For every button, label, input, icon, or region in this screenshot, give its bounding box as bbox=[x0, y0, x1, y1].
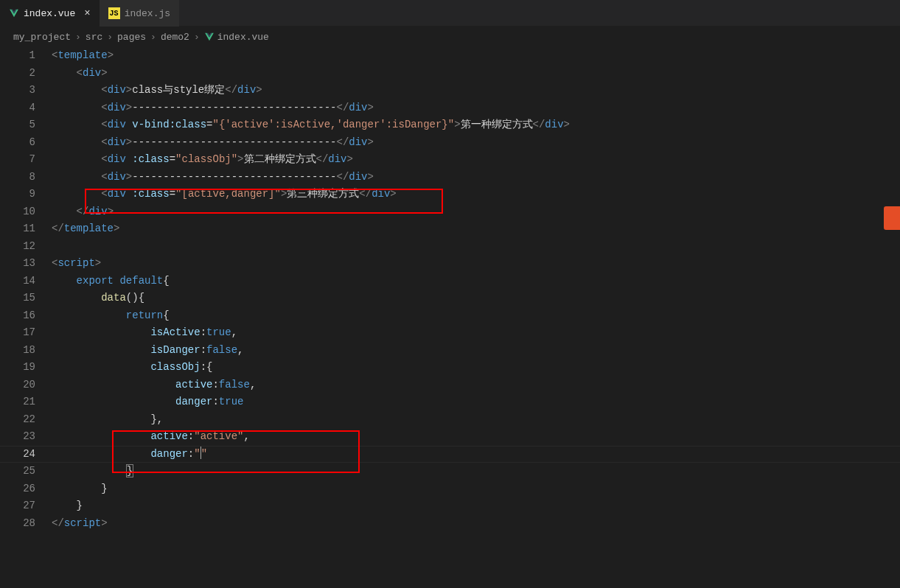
code-content: </script> bbox=[52, 515, 108, 533]
code-content: } bbox=[52, 463, 133, 480]
code-content: <div>---------------------------------</… bbox=[52, 134, 374, 152]
code-line[interactable]: 12 bbox=[0, 238, 900, 256]
code-content: data(){ bbox=[52, 290, 144, 307]
code-content: isDanger:false, bbox=[52, 342, 243, 360]
line-number: 1 bbox=[29, 47, 35, 65]
code-content: <div :class="classObj">第二种绑定方式</div> bbox=[52, 151, 353, 169]
line-number: 15 bbox=[23, 290, 35, 307]
chevron-right-icon: › bbox=[150, 32, 156, 43]
code-line[interactable]: 23 active:"active", bbox=[0, 428, 900, 446]
tab-index-js[interactable]: JS index.js bbox=[100, 0, 179, 27]
code-content: </template> bbox=[52, 220, 119, 238]
breadcrumb-item[interactable]: pages bbox=[117, 32, 146, 43]
code-line[interactable]: 6 <div>---------------------------------… bbox=[0, 134, 900, 152]
html5-icon[interactable] bbox=[884, 206, 900, 230]
line-number: 28 bbox=[23, 515, 35, 533]
code-line[interactable]: 24 danger:"" bbox=[0, 446, 900, 463]
line-number: 20 bbox=[23, 377, 35, 394]
line-number: 25 bbox=[23, 463, 35, 480]
line-number: 7 bbox=[29, 151, 35, 169]
code-line[interactable]: 4 <div>---------------------------------… bbox=[0, 99, 900, 117]
breadcrumb-item[interactable]: demo2 bbox=[161, 32, 189, 43]
code-line[interactable]: 22 }, bbox=[0, 411, 900, 429]
line-number: 10 bbox=[23, 203, 35, 221]
line-number: 26 bbox=[23, 480, 35, 498]
code-line[interactable]: 9 <div :class="[active,danger]">第三种绑定方式<… bbox=[0, 186, 900, 203]
code-line[interactable]: 26 } bbox=[0, 480, 900, 498]
code-line[interactable]: 16 return{ bbox=[0, 307, 900, 325]
line-number: 14 bbox=[23, 273, 35, 290]
code-line[interactable]: 7 <div :class="classObj">第二种绑定方式</div> bbox=[0, 151, 900, 169]
line-number: 22 bbox=[23, 411, 35, 429]
code-content: <div v-bind:class="{'active':isActive,'d… bbox=[52, 116, 570, 134]
line-number: 18 bbox=[23, 342, 35, 360]
code-line[interactable]: 17 isActive:true, bbox=[0, 324, 900, 342]
code-content: <template> bbox=[52, 47, 114, 65]
code-line[interactable]: 25 } bbox=[0, 463, 900, 480]
code-content: <div> bbox=[52, 65, 108, 83]
code-content: export default{ bbox=[52, 273, 170, 290]
code-editor[interactable]: 1<template>2 <div>3 <div>class与style绑定</… bbox=[0, 47, 900, 588]
code-line[interactable]: 1<template> bbox=[0, 47, 900, 65]
line-number: 27 bbox=[23, 497, 35, 515]
code-line[interactable]: 11</template> bbox=[0, 220, 900, 238]
code-line[interactable]: 21 danger:true bbox=[0, 393, 900, 411]
code-content: isActive:true, bbox=[52, 324, 237, 342]
close-icon[interactable]: × bbox=[84, 7, 90, 19]
line-number: 2 bbox=[29, 65, 35, 83]
vue-icon bbox=[9, 8, 19, 18]
line-number: 19 bbox=[23, 359, 35, 377]
code-line[interactable]: 20 active:false, bbox=[0, 377, 900, 394]
code-line[interactable]: 13<script> bbox=[0, 255, 900, 273]
code-content: return{ bbox=[52, 307, 170, 325]
code-content: <div :class="[active,danger]">第三种绑定方式</d… bbox=[52, 186, 397, 203]
code-line[interactable]: 15 data(){ bbox=[0, 290, 900, 307]
code-content: } bbox=[52, 497, 83, 515]
line-number: 4 bbox=[29, 99, 35, 117]
breadcrumb-file-label: index.vue bbox=[217, 32, 269, 43]
code-line[interactable]: 27 } bbox=[0, 497, 900, 515]
code-line[interactable]: 5 <div v-bind:class="{'active':isActive,… bbox=[0, 116, 900, 134]
tab-label: index.vue bbox=[24, 8, 75, 19]
breadcrumb-item[interactable]: src bbox=[86, 32, 102, 43]
code-content: classObj:{ bbox=[52, 359, 212, 377]
code-line[interactable]: 8 <div>---------------------------------… bbox=[0, 169, 900, 186]
code-content: <div>---------------------------------</… bbox=[52, 99, 374, 117]
code-line[interactable]: 10 </div> bbox=[0, 203, 900, 221]
breadcrumb: my_project › src › pages › demo2 › index… bbox=[0, 27, 900, 47]
chevron-right-icon: › bbox=[75, 32, 81, 43]
vue-icon bbox=[204, 32, 214, 42]
code-line[interactable]: 2 <div> bbox=[0, 65, 900, 83]
line-number: 23 bbox=[23, 428, 35, 446]
code-content: danger:"" bbox=[52, 446, 207, 463]
line-number: 6 bbox=[29, 134, 35, 152]
breadcrumb-item[interactable]: my_project bbox=[13, 32, 71, 43]
code-line[interactable]: 14 export default{ bbox=[0, 273, 900, 290]
line-number: 3 bbox=[29, 82, 35, 99]
code-content: } bbox=[52, 480, 108, 498]
chevron-right-icon: › bbox=[194, 32, 200, 43]
code-content: }, bbox=[52, 411, 163, 429]
code-content: </div> bbox=[52, 203, 114, 221]
code-line[interactable]: 28</script> bbox=[0, 515, 900, 533]
editor-tabs: index.vue × JS index.js bbox=[0, 0, 900, 27]
code-line[interactable]: 3 <div>class与style绑定</div> bbox=[0, 82, 900, 99]
code-content: danger:true bbox=[52, 393, 243, 411]
breadcrumb-file[interactable]: index.vue bbox=[204, 32, 269, 43]
line-number: 9 bbox=[29, 186, 35, 203]
line-number: 16 bbox=[23, 307, 35, 325]
line-number: 8 bbox=[29, 169, 35, 186]
code-content: <div>class与style绑定</div> bbox=[52, 82, 262, 99]
tab-index-vue[interactable]: index.vue × bbox=[0, 0, 100, 27]
code-line[interactable]: 19 classObj:{ bbox=[0, 359, 900, 377]
line-number: 12 bbox=[23, 238, 35, 256]
js-icon: JS bbox=[108, 7, 120, 19]
line-number: 24 bbox=[23, 446, 35, 463]
code-content: active:false, bbox=[52, 377, 256, 394]
code-content: active:"active", bbox=[52, 428, 250, 446]
code-content: <div>---------------------------------</… bbox=[52, 169, 374, 186]
code-content: <script> bbox=[52, 255, 101, 273]
line-number: 17 bbox=[23, 324, 35, 342]
line-number: 5 bbox=[29, 116, 35, 134]
code-line[interactable]: 18 isDanger:false, bbox=[0, 342, 900, 360]
